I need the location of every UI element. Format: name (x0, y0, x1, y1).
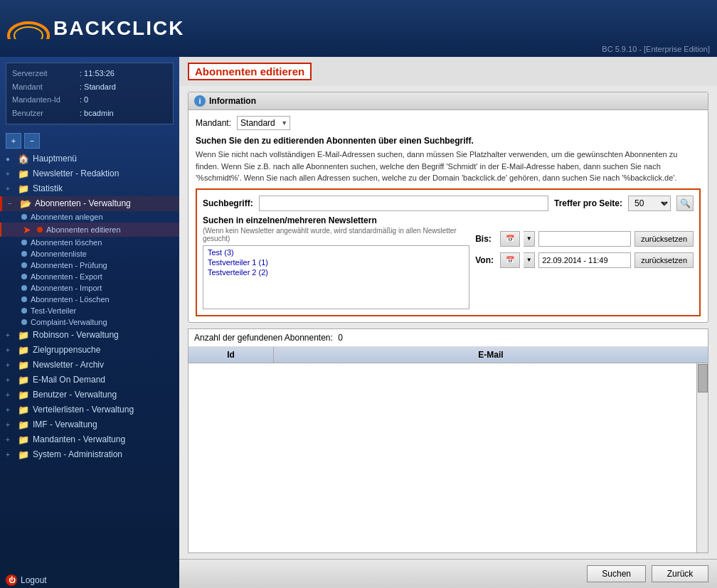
table-scrollbar[interactable] (696, 363, 708, 553)
sidebar-subitem-export-label: Abonnenten - Export (31, 272, 102, 281)
folder-icon: 📁 (18, 434, 29, 445)
bis-date-input[interactable] (538, 231, 631, 247)
sidebar-item-robinson[interactable]: + 📁 Robinson - Verwaltung (0, 328, 179, 343)
logout-item[interactable]: ⏻ Logout (0, 572, 179, 588)
newsletter-item-1[interactable]: Testverteiler 1 (1) (206, 257, 466, 267)
sidebar-item-imf[interactable]: + 📁 IMF - Verwaltung (0, 417, 179, 432)
expand-icon: + (6, 185, 14, 193)
sidebar-item-verteilerlisten[interactable]: + 📁 Verteilerlisten - Verwaltung (0, 402, 179, 417)
sidebar-subitem-complaint-label: Complaint-Verwaltung (31, 318, 107, 326)
info-panel-header: i Information (188, 92, 708, 110)
info-panel: i Information Mandant: Standard Suchen S… (188, 92, 708, 323)
expand-icon: + (6, 346, 14, 354)
sidebar-subitem-complaint[interactable]: Complaint-Verwaltung (0, 316, 179, 328)
expand-icon: + (6, 436, 14, 444)
mandant-value: : Standard (80, 80, 116, 94)
sidebar-subitem-loeschen2[interactable]: Abonnenten - Löschen (0, 294, 179, 305)
expand-icon: + (6, 391, 14, 399)
sidebar-item-email-on-demand[interactable]: + 📁 E-Mail On Demand (0, 373, 179, 387)
sidebar-subitem-loeschen[interactable]: Abonnenten löschen (0, 237, 179, 248)
version-text: BC 5.9.10 - [Enterprise Edition] (602, 45, 710, 57)
bullet-icon: ● (6, 155, 14, 163)
newsletter-item-2[interactable]: Testverteiler 2 (2) (206, 267, 466, 277)
bottom-toolbar: Suchen Zurück (179, 559, 717, 588)
suchen-button[interactable]: Suchen (587, 565, 646, 582)
folder-icon: 📁 (18, 345, 29, 356)
sidebar-subitem-pruefung[interactable]: Abonnenten - Prüfung (0, 260, 179, 271)
info-icon: i (194, 95, 206, 107)
bis-label: Bis: (475, 234, 496, 244)
search-icon-button[interactable]: 🔍 (676, 196, 694, 211)
newsletter-item-0[interactable]: Test (3) (206, 247, 466, 257)
von-date-input[interactable] (538, 252, 631, 268)
sidebar-item-benutzer-verwaltung-label: Benutzer - Verwaltung (33, 390, 174, 400)
abonnenten-subitems: Abonnenten anlegen ➤ Abonnenten editiere… (0, 211, 179, 328)
newsletter-list[interactable]: Test (3) Testverteiler 1 (1) Testverteil… (203, 245, 469, 309)
hits-select-wrapper: 50 (628, 196, 671, 211)
bullet-icon (21, 262, 27, 268)
main-layout: Serverzeit : 11:53:26 Mandant : Standard… (0, 57, 717, 588)
mandant-select[interactable]: Standard (237, 116, 290, 130)
sidebar-subitem-import[interactable]: Abonnenten - Import (0, 282, 179, 294)
bis-calendar-button[interactable]: 📅 (500, 231, 520, 247)
bis-calendar-dropdown[interactable]: ▼ (524, 231, 535, 247)
sidebar: Serverzeit : 11:53:26 Mandant : Standard… (0, 57, 179, 588)
page-title: Abonnenten editieren (188, 63, 312, 80)
expand-icon: + (6, 361, 14, 369)
top-bar: BACKCLICK BC 5.9.10 - [Enterprise Editio… (0, 0, 717, 57)
sidebar-item-abonnenten-verwaltung[interactable]: − 📂 Abonnenten - Verwaltung (0, 196, 179, 211)
calendar-icon: 📅 (506, 235, 514, 242)
collapse-all-button[interactable]: − (24, 133, 40, 149)
expand-icon: + (6, 170, 14, 178)
hits-select[interactable]: 50 (628, 196, 671, 211)
von-reset-button[interactable]: zurücksetzen (634, 252, 694, 268)
bullet-icon (21, 319, 27, 325)
scrollbar-thumb (698, 364, 708, 392)
folder-icon: 📁 (18, 449, 29, 460)
expand-icon: + (6, 376, 14, 384)
logo-text: BACKCLICK (53, 17, 184, 40)
sidebar-subitem-editieren[interactable]: ➤ Abonnenten editieren (0, 223, 179, 237)
search-box: Suchbegriff: Treffer pro Seite: 50 🔍 (196, 188, 701, 316)
svg-point-1 (14, 27, 43, 39)
mandant-select-wrapper: Standard (237, 116, 290, 130)
expand-all-button[interactable]: + (6, 133, 21, 149)
sidebar-item-newsletter-redaktion[interactable]: + 📁 Newsletter - Redaktion (0, 166, 179, 181)
sidebar-subitem-export[interactable]: Abonnenten - Export (0, 271, 179, 282)
sidebar-subitem-liste[interactable]: Abonnentenliste (0, 248, 179, 260)
suchbegriff-input[interactable] (259, 196, 548, 211)
von-calendar-dropdown[interactable]: ▼ (524, 252, 535, 268)
home-icon: 🏠 (18, 154, 29, 164)
sidebar-item-system-administration[interactable]: + 📁 System - Administration (0, 447, 179, 462)
search-title: Suchen Sie den zu editierenden Abonnente… (196, 136, 701, 146)
sidebar-item-newsletter-archiv[interactable]: + 📁 Newsletter - Archiv (0, 358, 179, 373)
folder-icon: 📁 (18, 360, 29, 370)
results-header: Anzahl der gefundenen Abonnenten: 0 (188, 329, 708, 347)
results-table: Id E-Mail (188, 347, 708, 553)
sidebar-subitem-anlegen-label: Abonnenten anlegen (31, 213, 103, 221)
newsletter-section-left: Suchen in einzelnen/mehreren Newslettern… (203, 215, 469, 309)
sidebar-subitem-test-verteiler[interactable]: Test-Verteiler (0, 305, 179, 316)
sidebar-item-hauptmenu-label: Hauptmenü (33, 154, 174, 164)
expand-icon: + (6, 406, 14, 414)
bis-reset-button[interactable]: zurücksetzen (634, 231, 694, 247)
sidebar-item-robinson-label: Robinson - Verwaltung (33, 330, 174, 340)
sidebar-item-mandanten[interactable]: + 📁 Mandanten - Verwaltung (0, 432, 179, 447)
bullet-icon (21, 240, 27, 245)
sidebar-item-newsletter-archiv-label: Newsletter - Archiv (33, 360, 174, 370)
sidebar-item-zielgruppensuche[interactable]: + 📁 Zielgruppensuche (0, 343, 179, 358)
bullet-icon (37, 227, 43, 232)
sidebar-subitem-anlegen[interactable]: Abonnenten anlegen (0, 211, 179, 223)
mandant-row: Mandant: Standard (196, 116, 701, 130)
expand-icon: − (8, 200, 16, 208)
newsletter-sublabel: (Wenn kein Newsletter angewählt wurde, w… (203, 227, 469, 242)
sidebar-item-hauptmenu[interactable]: ● 🏠 Hauptmenü (0, 151, 179, 166)
sidebar-item-statistik[interactable]: + 📁 Statistik (0, 181, 179, 196)
von-calendar-button[interactable]: 📅 (500, 252, 520, 268)
sidebar-item-system-administration-label: System - Administration (33, 449, 174, 459)
results-count-label: Anzahl der gefundenen Abonnenten: (194, 333, 333, 343)
mandanten-id-label: Mandanten-Id (12, 93, 80, 107)
zurueck-button[interactable]: Zurück (652, 565, 708, 582)
sidebar-item-benutzer-verwaltung[interactable]: + 📁 Benutzer - Verwaltung (0, 387, 179, 402)
sidebar-subitem-test-verteiler-label: Test-Verteiler (31, 306, 76, 315)
